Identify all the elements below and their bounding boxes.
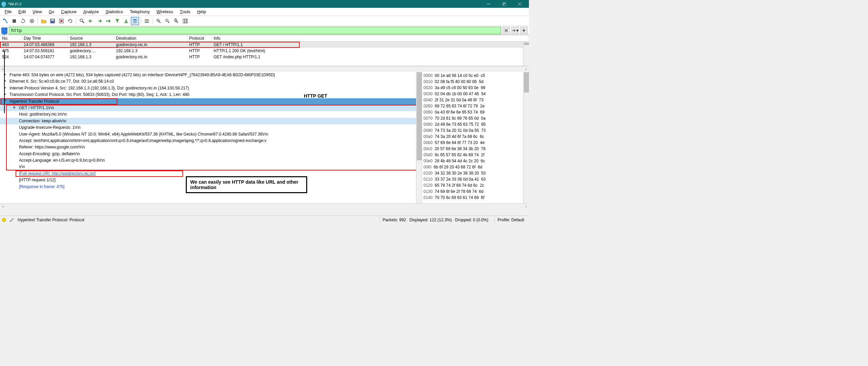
- menu-telephony[interactable]: Telephony: [127, 8, 153, 15]
- hex-row[interactable]: 0050 69 72 65 63 74 6f 72 79 2e: [423, 103, 528, 109]
- menu-analyze[interactable]: Analyze: [81, 8, 102, 15]
- apply-filter-button[interactable]: ▾: [511, 27, 519, 34]
- col-header-info[interactable]: Info: [212, 35, 529, 41]
- go-first-button[interactable]: [113, 17, 121, 25]
- auto-scroll-button[interactable]: [131, 17, 139, 25]
- packet-list[interactable]: ➝ ← 46314:07:03.466369192.168.1.3goidire…: [0, 42, 529, 66]
- expert-info-icon[interactable]: [2, 218, 6, 222]
- status-profile[interactable]: Profile: Default: [494, 216, 527, 224]
- menu-wireless[interactable]: Wireless: [154, 8, 176, 15]
- restart-capture-button[interactable]: [19, 17, 27, 25]
- status-protocol: Hypertext Transfer Protocol: Protocol: [18, 218, 84, 222]
- col-header-source[interactable]: Source: [68, 35, 114, 41]
- hex-row[interactable]: 0110 33 37 2e 33 36 0d 0a 41 63: [423, 176, 528, 182]
- display-filter-input[interactable]: [9, 27, 501, 34]
- detail-http-referer[interactable]: Referer: https://www.google.com/\r\n: [0, 144, 422, 150]
- menu-go[interactable]: Go: [46, 8, 57, 15]
- hex-row[interactable]: 00c0 20 57 69 6e 36 34 3b 20 78: [423, 146, 528, 152]
- app-icon: [0, 1, 7, 7]
- close-file-button[interactable]: [57, 17, 65, 25]
- detail-http-connection[interactable]: Connection: keep-alive\r\n: [0, 118, 422, 124]
- hex-row[interactable]: 0080 2d 49 6e 73 65 63 75 72 65: [423, 121, 528, 127]
- detail-http[interactable]: Hypertext Transfer Protocol: [0, 98, 422, 105]
- details-scrollbar[interactable]: [416, 72, 422, 203]
- hex-row[interactable]: 00f0 6b 6f 29 20 43 68 72 6f 6d: [423, 164, 528, 170]
- hex-dump-pane[interactable]: 0000 00 1e a6 56 14 c0 5c e0 c50010 02 0…: [422, 72, 529, 203]
- clear-filter-button[interactable]: [502, 27, 510, 34]
- save-file-button[interactable]: [48, 17, 57, 25]
- detail-http-crlf[interactable]: \r\n: [0, 164, 422, 170]
- start-capture-button[interactable]: [1, 17, 9, 25]
- go-to-packet-button[interactable]: [104, 17, 113, 25]
- svg-line-26: [159, 21, 160, 23]
- menu-help[interactable]: Help: [195, 8, 209, 15]
- hex-row[interactable]: 0060 0a 43 6f 6e 6e 65 63 74 69: [423, 109, 528, 115]
- detail-ip[interactable]: Internet Protocol Version 4, Src: 192.16…: [0, 85, 422, 92]
- reload-button[interactable]: [66, 17, 74, 25]
- close-button[interactable]: [512, 0, 528, 8]
- find-packet-button[interactable]: [78, 17, 86, 25]
- svg-rect-22: [145, 19, 149, 20]
- menu-statistics[interactable]: Statistics: [103, 8, 125, 15]
- detail-frame[interactable]: Frame 463: 534 bytes on wire (4272 bits)…: [0, 72, 422, 78]
- capture-options-button[interactable]: [28, 17, 36, 25]
- hex-row[interactable]: 0120 65 78 74 2f 68 74 6d 6c 2c: [423, 182, 528, 188]
- hex-row[interactable]: 0100 34 32 38 30 2e 38 38 20 53: [423, 170, 528, 176]
- go-forward-button[interactable]: [96, 17, 104, 25]
- go-last-button[interactable]: [122, 17, 130, 25]
- col-header-time[interactable]: Day Time: [22, 35, 68, 41]
- stop-capture-button[interactable]: [10, 17, 18, 25]
- detail-tcp[interactable]: Transmission Control Protocol, Src Port:…: [0, 92, 422, 98]
- zoom-out-button[interactable]: [163, 17, 172, 25]
- hex-scrollbar[interactable]: [523, 72, 529, 203]
- add-filter-button[interactable]: +: [520, 27, 528, 34]
- open-file-button[interactable]: [40, 17, 48, 25]
- hex-row[interactable]: 00d0 6c 65 57 65 62 4b 69 74 2f: [423, 152, 528, 158]
- window-title: *Wi-Fi 2: [8, 2, 481, 6]
- menu-view[interactable]: View: [30, 8, 45, 15]
- packet-list-hscroll[interactable]: ‹›: [0, 66, 529, 72]
- hex-row[interactable]: 0040 2f 31 2e 31 0d 0a 48 6f 73: [423, 97, 528, 103]
- menu-capture[interactable]: Capture: [58, 8, 79, 15]
- detail-http-get[interactable]: GET / HTTP/1.1\r\n: [0, 105, 422, 111]
- hex-row[interactable]: 0010 02 08 fa f5 40 00 80 06 5d: [423, 79, 528, 85]
- colorize-button[interactable]: [143, 17, 151, 25]
- hex-row[interactable]: 0070 70 2d 61 6c 69 76 65 0d 0a: [423, 115, 528, 121]
- detail-http-accept-encoding[interactable]: Accept-Encoding: gzip, deflate\r\n: [0, 151, 422, 157]
- detail-http-host[interactable]: Host: goidirectory.nic.in\r\n: [0, 111, 422, 118]
- maximize-button[interactable]: [496, 0, 512, 8]
- details-hscroll[interactable]: ‹›: [0, 203, 529, 209]
- hex-row[interactable]: 0000 00 1e a6 56 14 c0 5c e0 c5: [423, 73, 528, 79]
- col-header-no[interactable]: No.: [0, 35, 22, 41]
- menu-tools[interactable]: Tools: [177, 8, 193, 15]
- detail-http-accept-language[interactable]: Accept-Language: en-US,en;q=0.9,bn;q=0.8…: [0, 157, 422, 164]
- hex-row[interactable]: 0140 70 70 6c 69 63 61 74 69 6f: [423, 195, 528, 201]
- hex-row[interactable]: 0030 02 04 db 1b 00 00 47 45 54: [423, 91, 528, 97]
- detail-http-accept[interactable]: Accept: text/html,application/xhtml+xml,…: [0, 138, 422, 144]
- go-back-button[interactable]: [87, 17, 95, 25]
- col-header-destination[interactable]: Destination: [114, 35, 187, 41]
- hex-row[interactable]: 0020 3a d9 c5 c9 00 50 93 0e 99: [423, 85, 528, 91]
- bookmark-icon[interactable]: [1, 27, 7, 34]
- col-header-protocol[interactable]: Protocol: [187, 35, 212, 41]
- detail-http-useragent[interactable]: User-Agent: Mozilla/5.0 (Windows NT 10.0…: [0, 131, 422, 138]
- packet-row[interactable]: 47514:07:03.509181goidirectory.…192.168.…: [0, 48, 529, 54]
- hex-row[interactable]: 0130 74 69 6f 6e 2f 78 68 74 6d: [423, 188, 528, 195]
- menu-file[interactable]: File: [2, 8, 14, 15]
- minimize-button[interactable]: [481, 0, 496, 8]
- packet-row[interactable]: 52414:07:04.074377192.168.1.3goidirector…: [0, 54, 529, 60]
- packet-row[interactable]: 46314:07:03.466369192.168.1.3goidirector…: [0, 42, 529, 48]
- edit-icon[interactable]: [9, 218, 14, 222]
- zoom-in-button[interactable]: [155, 17, 163, 25]
- zoom-reset-button[interactable]: 1: [172, 17, 180, 25]
- detail-ethernet[interactable]: Ethernet II, Src: 5c:e0:c5:8c:ce:77, Dst…: [0, 78, 422, 85]
- hex-row[interactable]: 00a0 74 3a 20 4d 6f 7a 69 6c 6c: [423, 134, 528, 140]
- detail-http-upgrade[interactable]: Upgrade-Insecure-Requests: 1\r\n: [0, 124, 422, 131]
- packet-details-pane[interactable]: Frame 463: 534 bytes on wire (4272 bits)…: [0, 72, 422, 203]
- resize-columns-button[interactable]: [181, 17, 189, 25]
- menu-edit[interactable]: Edit: [16, 8, 28, 15]
- hex-row[interactable]: 00b0 57 69 6e 64 6f 77 73 20 4e: [423, 140, 528, 146]
- hex-row[interactable]: 0090 74 73 3a 20 31 0d 0a 55 73: [423, 127, 528, 134]
- packet-list-scrollbar[interactable]: [523, 42, 529, 66]
- hex-row[interactable]: 00e0 28 4b 48 54 4d 4c 2c 20 6c: [423, 158, 528, 164]
